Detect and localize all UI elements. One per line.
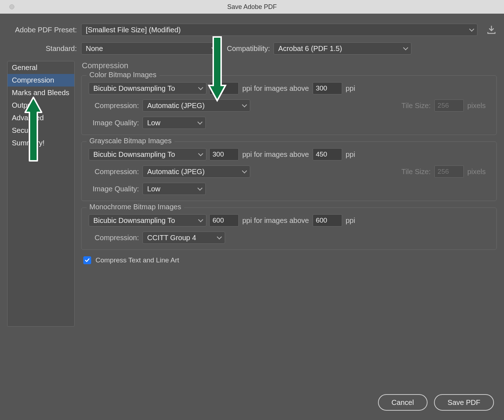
- color-iq-select[interactable]: Low: [143, 117, 206, 129]
- sidebar: GeneralCompressionMarks and BleedsOutput…: [7, 61, 75, 327]
- gray-above-dpi-input[interactable]: [313, 148, 342, 160]
- gray-above-label: ppi for images above: [242, 150, 309, 159]
- compress-text-label: Compress Text and Line Art: [95, 256, 179, 264]
- compress-text-checkbox[interactable]: [83, 256, 91, 264]
- sidebar-item-advanced[interactable]: Advanced: [8, 112, 74, 124]
- mono-compression-label: Compression:: [89, 234, 143, 242]
- mono-dpi-input[interactable]: [209, 214, 239, 227]
- gray-compression-label: Compression:: [89, 168, 143, 176]
- window-zoom-button[interactable]: [9, 4, 14, 9]
- standard-label: Standard:: [7, 45, 81, 53]
- preset-value: [Smallest File Size] (Modified): [86, 26, 181, 34]
- color-above-label: ppi for images above: [242, 84, 309, 93]
- compatibility-select[interactable]: Acrobat 6 (PDF 1.5): [274, 42, 411, 55]
- mono-ppi-suffix: ppi: [346, 216, 355, 225]
- sidebar-item-output[interactable]: Output: [8, 99, 74, 112]
- color-tile-label: Tile Size:: [401, 102, 431, 110]
- preset-label: Adobe PDF Preset:: [7, 26, 81, 34]
- grayscale-bitmap-group: Grayscale Bitmap Images Bicubic Downsamp…: [81, 141, 497, 201]
- compat-value: Acrobat 6 (PDF 1.5): [278, 45, 342, 52]
- gray-legend: Grayscale Bitmap Images: [87, 137, 174, 145]
- gray-iq-label: Image Quality:: [89, 185, 143, 193]
- mono-legend: Monochrome Bitmap Images: [87, 203, 184, 211]
- sidebar-item-marks-and-bleeds[interactable]: Marks and Bleeds: [8, 87, 74, 99]
- mono-above-label: ppi for images above: [242, 216, 309, 225]
- color-compression-label: Compression:: [89, 102, 143, 110]
- gray-dpi-input[interactable]: [209, 148, 239, 160]
- gray-ppi-suffix: ppi: [346, 150, 355, 159]
- gray-iq-select[interactable]: Low: [143, 183, 206, 195]
- save-pdf-button[interactable]: Save PDF: [434, 394, 494, 411]
- window-title: Save Adobe PDF: [227, 3, 277, 10]
- compat-label: Compatibility:: [227, 45, 270, 53]
- color-iq-value: Low: [147, 119, 160, 127]
- color-compression-value: Automatic (JPEG): [147, 102, 205, 109]
- color-above-dpi-input[interactable]: [313, 82, 342, 94]
- color-dpi-input[interactable]: [209, 82, 239, 94]
- compression-panel: Compression Color Bitmap Images Bicubic …: [81, 61, 497, 327]
- cancel-button[interactable]: Cancel: [378, 394, 428, 411]
- color-bitmap-group: Color Bitmap Images Bicubic Downsampling…: [81, 75, 497, 135]
- preset-select[interactable]: [Smallest File Size] (Modified): [81, 24, 477, 36]
- gray-compression-select[interactable]: Automatic (JPEG): [143, 165, 250, 178]
- color-ppi-suffix: ppi: [346, 84, 355, 93]
- mono-compression-value: CCITT Group 4: [147, 234, 196, 242]
- sidebar-item-compression[interactable]: Compression: [8, 74, 74, 87]
- gray-tile-label: Tile Size:: [401, 168, 431, 176]
- color-downsample-value: Bicubic Downsampling To: [93, 84, 175, 92]
- color-tile-input: [434, 99, 464, 112]
- gray-iq-value: Low: [147, 185, 160, 193]
- dialog-body: Adobe PDF Preset: [Smallest File Size] (…: [0, 14, 504, 420]
- gray-tile-input: [434, 165, 464, 178]
- gray-downsample-select[interactable]: Bicubic Downsampling To: [89, 148, 206, 160]
- gray-downsample-value: Bicubic Downsampling To: [93, 150, 175, 158]
- monochrome-bitmap-group: Monochrome Bitmap Images Bicubic Downsam…: [81, 207, 497, 250]
- color-iq-label: Image Quality:: [89, 119, 143, 127]
- gray-tile-units: pixels: [467, 168, 486, 176]
- sidebar-item-summary-[interactable]: Summary!: [8, 137, 74, 149]
- titlebar: Save Adobe PDF: [0, 0, 504, 14]
- sidebar-item-security[interactable]: Security: [8, 124, 74, 137]
- gray-compression-value: Automatic (JPEG): [147, 168, 205, 176]
- mono-downsample-value: Bicubic Downsampling To: [93, 216, 175, 224]
- color-downsample-select[interactable]: Bicubic Downsampling To: [89, 82, 206, 94]
- mono-downsample-select[interactable]: Bicubic Downsampling To: [89, 214, 206, 227]
- sidebar-item-general[interactable]: General: [8, 61, 74, 74]
- color-compression-select[interactable]: Automatic (JPEG): [143, 99, 250, 112]
- mono-above-dpi-input[interactable]: [313, 214, 342, 227]
- color-tile-units: pixels: [467, 102, 486, 110]
- standard-select[interactable]: None: [81, 42, 220, 55]
- color-legend: Color Bitmap Images: [87, 71, 159, 79]
- save-preset-icon[interactable]: [486, 24, 497, 35]
- panel-title: Compression: [81, 61, 497, 70]
- mono-compression-select[interactable]: CCITT Group 4: [143, 232, 225, 244]
- standard-value: None: [86, 45, 103, 52]
